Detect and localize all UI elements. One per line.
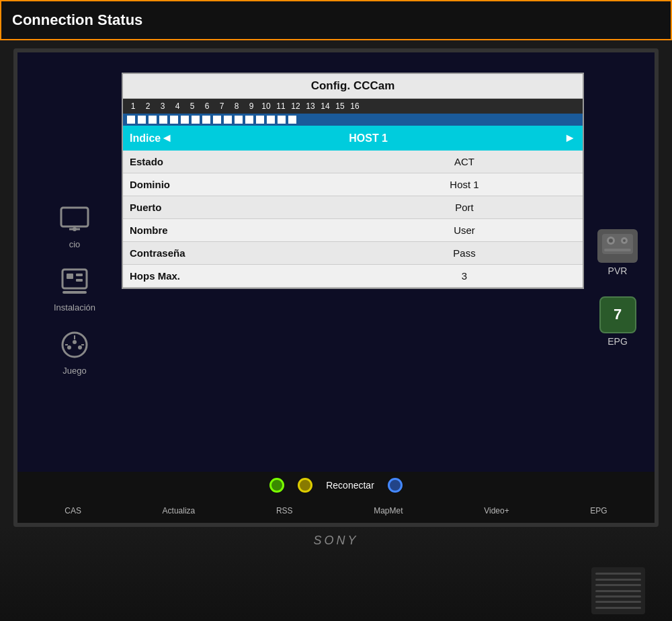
epg-icon: 7 [599,296,636,333]
config-key-dominio: Dominio [130,179,353,190]
tab-10[interactable]: 10 [260,101,272,111]
btn-circle-green[interactable] [269,478,284,493]
svg-rect-7 [62,291,87,294]
tab-16[interactable]: 16 [349,101,361,111]
tab-12[interactable]: 12 [290,101,302,111]
indice-value: HOST 1 [173,132,564,144]
svg-point-18 [609,239,613,243]
indice-row[interactable]: Indice ◄ HOST 1 ► [123,126,583,151]
svg-rect-6 [76,279,83,282]
reconnect-bar: Reconectar [17,472,655,499]
nav-actualiza[interactable]: Actualiza [163,506,196,515]
dot-1 [127,116,135,124]
speaker-grille [591,567,645,614]
svg-rect-4 [67,274,73,279]
nav-cas[interactable]: CAS [65,506,81,515]
tab-14[interactable]: 14 [319,101,331,111]
nav-video[interactable]: Video+ [484,506,509,515]
config-row-estado: Estado ACT [123,151,583,173]
indice-left-arrow[interactable]: ◄ [161,131,173,145]
config-key-puerto: Puerto [130,202,353,213]
config-key-estado: Estado [130,156,353,167]
number-tabs: 1 2 3 4 5 6 7 8 9 10 11 12 13 14 15 16 [123,99,583,114]
config-row-puerto: Puerto Port [123,196,583,219]
config-key-nombre: Nombre [130,224,353,236]
svg-point-9 [67,345,71,349]
install-label: Instalación [54,302,95,313]
pvr-group[interactable]: PVR [597,229,638,276]
tab-1[interactable]: 1 [127,101,139,111]
tv-bottom-bezel: SONY [0,527,672,621]
tv-screen: cio Instalación [13,48,659,527]
dot-5 [170,116,178,124]
tab-5[interactable]: 5 [186,101,198,111]
epg-group[interactable]: 7 EPG [599,296,636,347]
dialog-title: Config. CCCam [123,74,583,99]
sony-logo: SONY [313,534,358,548]
dot-7 [192,116,200,124]
service-label: cio [69,239,81,249]
config-row-nombre: Nombre User [123,219,583,242]
config-key-hops: Hops Max. [130,270,353,282]
game-label: Juego [62,366,86,376]
tab-7[interactable]: 7 [216,101,228,111]
svg-point-11 [73,340,77,344]
tab-8[interactable]: 8 [230,101,243,111]
svg-rect-3 [62,270,87,288]
btn-circle-blue[interactable] [388,478,403,493]
dot-13 [256,116,264,124]
dots-row [123,114,583,126]
btn-circle-yellow[interactable] [298,478,312,493]
sidebar-item-game[interactable]: Juego [56,326,93,376]
config-val-dominio: Host 1 [353,179,576,190]
dot-11 [235,116,243,124]
reconnect-label: Reconectar [326,480,374,491]
config-val-hops: 3 [353,270,576,282]
dot-3 [149,116,157,124]
sidebar-item-install[interactable]: Instalación [54,263,95,313]
sidebar-right: PVR 7 EPG [581,52,655,523]
config-val-nombre: User [353,224,576,236]
dot-15 [278,116,286,124]
nav-mapmet[interactable]: MapMet [374,506,403,515]
config-val-contrasena: Pass [353,247,576,259]
dot-12 [245,116,253,124]
install-icon [56,263,93,300]
tab-13[interactable]: 13 [304,101,317,111]
pvr-label: PVR [608,265,628,276]
speaker [591,567,645,614]
connection-status-title: Connection Status [12,11,142,29]
dialog-panel: Config. CCCam 1 2 3 4 5 6 7 8 9 10 11 12… [122,73,584,289]
config-val-estado: ACT [353,156,576,167]
dot-6 [181,116,189,124]
nav-epg[interactable]: EPG [590,506,607,515]
tab-9[interactable]: 9 [245,101,257,111]
dot-9 [213,116,221,124]
tab-4[interactable]: 4 [171,101,183,111]
indice-label: Indice [130,132,161,144]
nav-rss[interactable]: RSS [276,506,293,515]
tab-11[interactable]: 11 [275,101,287,111]
config-row-contrasena: Contraseña Pass [123,242,583,265]
game-icon [56,326,93,363]
svg-point-10 [78,345,82,349]
connection-status-bar: Connection Status [0,0,672,40]
svg-rect-20 [604,249,631,251]
tab-3[interactable]: 3 [157,101,169,111]
pvr-icon [597,229,638,263]
tab-2[interactable]: 2 [142,101,154,111]
epg-label: EPG [607,336,628,347]
dot-2 [138,116,146,124]
tab-6[interactable]: 6 [201,101,213,111]
dot-8 [202,116,210,124]
svg-rect-0 [61,208,88,226]
indice-right-arrow[interactable]: ► [564,131,576,145]
config-key-contrasena: Contraseña [130,247,353,259]
dot-16 [288,116,296,124]
svg-rect-5 [76,274,83,276]
sidebar-item-service[interactable]: cio [56,200,93,249]
tab-15[interactable]: 15 [334,101,346,111]
svg-point-19 [623,239,626,242]
dot-4 [159,116,167,124]
sidebar-left: cio Instalación [17,52,132,523]
